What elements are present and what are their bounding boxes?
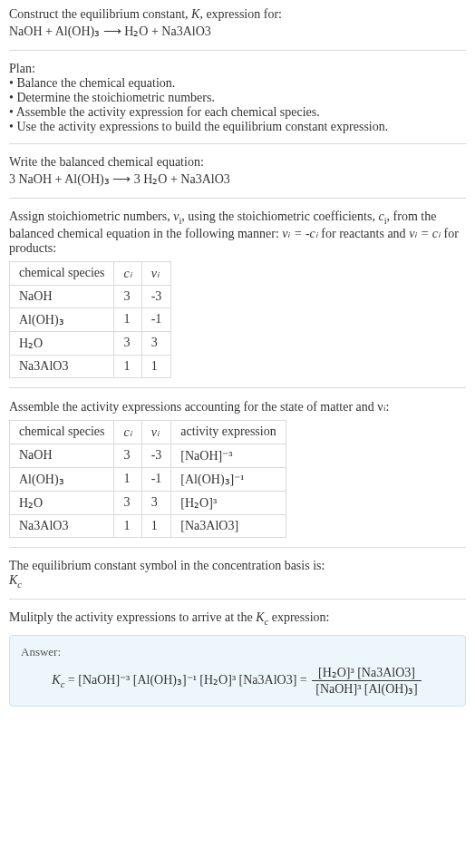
symbol-line: The equilibrium constant symbol in the c… bbox=[9, 559, 466, 573]
eq: = bbox=[296, 673, 310, 687]
eq: = bbox=[64, 673, 78, 687]
cell: 1 bbox=[114, 467, 141, 491]
table-row: H₂O33[H₂O]³ bbox=[10, 491, 286, 514]
plan-item: • Use the activity expressions to build … bbox=[9, 120, 466, 134]
cell: 3 bbox=[114, 491, 141, 514]
stoich-section: Assign stoichiometric numbers, νi, using… bbox=[9, 210, 466, 388]
cell: 1 bbox=[141, 514, 171, 537]
col-header: chemical species bbox=[10, 420, 114, 444]
col-header: activity expression bbox=[171, 420, 286, 444]
table-row: Na3AlO311[Na3AlO3] bbox=[10, 514, 286, 537]
answer-label: Answer: bbox=[21, 645, 454, 659]
cell: -1 bbox=[141, 307, 171, 331]
relation: νᵢ = -cᵢ bbox=[282, 227, 318, 240]
symbol-section: The equilibrium constant symbol in the c… bbox=[9, 559, 466, 600]
col-header: cᵢ bbox=[114, 420, 141, 444]
prompt-K: K bbox=[191, 7, 199, 21]
balanced-equation: 3 NaOH + Al(OH)₃ ⟶ 3 H₂O + Na3AlO3 bbox=[9, 171, 466, 187]
col-header: cᵢ bbox=[114, 261, 141, 285]
prompt-pre: Construct the equilibrium constant, bbox=[9, 7, 191, 21]
plan-heading: Plan: bbox=[9, 62, 466, 76]
cell: Na3AlO3 bbox=[10, 514, 114, 537]
K: K bbox=[256, 610, 264, 624]
cell: 3 bbox=[114, 331, 141, 355]
cell: -3 bbox=[141, 285, 171, 307]
cell: Al(OH)₃ bbox=[10, 307, 114, 331]
flat-product: [NaOH]⁻³ [Al(OH)₃]⁻¹ [H₂O]³ [Na3AlO3] bbox=[78, 673, 296, 687]
prompt-section: Construct the equilibrium constant, K, e… bbox=[9, 7, 466, 51]
text: cᵢ bbox=[123, 425, 131, 439]
table-row: Al(OH)₃1-1[Al(OH)₃]⁻¹ bbox=[10, 467, 286, 491]
cell: 3 bbox=[141, 331, 171, 355]
numerator: [H₂O]³ [Na3AlO3] bbox=[312, 665, 421, 681]
plan-item-text: Balance the chemical equation. bbox=[16, 76, 175, 90]
table-row: Na3AlO311 bbox=[10, 355, 171, 377]
text: cᵢ bbox=[123, 267, 131, 280]
text: for reactants and bbox=[318, 227, 409, 240]
cell: 3 bbox=[114, 444, 141, 467]
cell: -3 bbox=[141, 444, 171, 467]
cell: Al(OH)₃ bbox=[10, 467, 114, 491]
table-row: NaOH3-3[NaOH]⁻³ bbox=[10, 444, 286, 467]
prompt-post: , expression for: bbox=[199, 7, 282, 21]
stoich-table: chemical species cᵢ νᵢ NaOH3-3 Al(OH)₃1-… bbox=[9, 261, 171, 378]
activity-table: chemical species cᵢ νᵢ activity expressi… bbox=[9, 420, 286, 538]
denominator: [NaOH]³ [Al(OH)₃] bbox=[312, 681, 421, 697]
col-header: chemical species bbox=[10, 261, 114, 285]
cell: 1 bbox=[114, 307, 141, 331]
text: Assign stoichiometric numbers, bbox=[9, 210, 173, 223]
text: expression: bbox=[268, 610, 329, 624]
cell: NaOH bbox=[10, 285, 114, 307]
plan-item-text: Use the activity expressions to build th… bbox=[16, 120, 388, 133]
stoich-paragraph: Assign stoichiometric numbers, νi, using… bbox=[9, 210, 466, 256]
cell: 3 bbox=[141, 491, 171, 514]
text: Mulitply the activity expressions to arr… bbox=[9, 610, 256, 624]
text: νᵢ bbox=[151, 267, 160, 280]
cell: NaOH bbox=[10, 444, 114, 467]
answer-expression: Kc = [NaOH]⁻³ [Al(OH)₃]⁻¹ [H₂O]³ [Na3AlO… bbox=[21, 665, 454, 697]
plan-item: • Determine the stoichiometric numbers. bbox=[9, 91, 466, 105]
relation: νᵢ = cᵢ bbox=[409, 227, 441, 240]
plan-item-text: Assemble the activity expression for eac… bbox=[16, 105, 320, 119]
cell: 1 bbox=[114, 355, 141, 377]
table-row: H₂O33 bbox=[10, 331, 171, 355]
fraction: [H₂O]³ [Na3AlO3][NaOH]³ [Al(OH)₃] bbox=[312, 665, 421, 697]
table-header-row: chemical species cᵢ νᵢ activity expressi… bbox=[10, 420, 286, 444]
cell: 1 bbox=[114, 514, 141, 537]
plan-item: • Assemble the activity expression for e… bbox=[9, 105, 466, 120]
cell: Na3AlO3 bbox=[10, 355, 114, 377]
prompt-line: Construct the equilibrium constant, K, e… bbox=[9, 7, 466, 22]
cell: [Na3AlO3] bbox=[171, 514, 286, 537]
balanced-section: Write the balanced chemical equation: 3 … bbox=[9, 155, 466, 199]
cell: H₂O bbox=[10, 491, 114, 514]
K: K bbox=[52, 673, 60, 687]
plan-item: • Balance the chemical equation. bbox=[9, 76, 466, 91]
unbalanced-equation: NaOH + Al(OH)₃ ⟶ H₂O + Na3AlO3 bbox=[9, 24, 466, 39]
cell: 1 bbox=[141, 355, 171, 377]
text: , using the stoichiometric coefficients, bbox=[181, 210, 378, 223]
col-header: νᵢ bbox=[141, 261, 171, 285]
table-row: Al(OH)₃1-1 bbox=[10, 307, 171, 331]
answer-box: Answer: Kc = [NaOH]⁻³ [Al(OH)₃]⁻¹ [H₂O]³… bbox=[9, 635, 466, 707]
kc-symbol: Kc bbox=[9, 573, 466, 590]
multiply-section: Mulitply the activity expressions to arr… bbox=[9, 610, 466, 630]
cell: 3 bbox=[114, 285, 141, 307]
sub: c bbox=[17, 580, 22, 590]
cell: [Al(OH)₃]⁻¹ bbox=[171, 467, 286, 491]
activity-paragraph: Assemble the activity expressions accoun… bbox=[9, 399, 466, 414]
plan-item-text: Determine the stoichiometric numbers. bbox=[16, 91, 215, 104]
table-header-row: chemical species cᵢ νᵢ bbox=[10, 261, 171, 285]
cell: [NaOH]⁻³ bbox=[171, 444, 286, 467]
cell: [H₂O]³ bbox=[171, 491, 286, 514]
cell: -1 bbox=[141, 467, 171, 491]
col-header: νᵢ bbox=[141, 420, 171, 444]
text: νᵢ bbox=[151, 425, 160, 439]
plan-section: Plan: • Balance the chemical equation. •… bbox=[9, 62, 466, 144]
cell: H₂O bbox=[10, 331, 114, 355]
activity-section: Assemble the activity expressions accoun… bbox=[9, 399, 466, 548]
balanced-heading: Write the balanced chemical equation: bbox=[9, 155, 466, 170]
K: K bbox=[9, 573, 17, 587]
table-row: NaOH3-3 bbox=[10, 285, 171, 307]
